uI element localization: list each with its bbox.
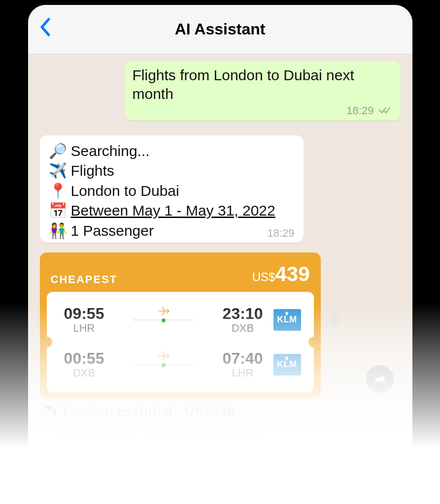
airline-badge: ♛KLM [273, 309, 301, 331]
outgoing-text: Flights from London to Dubai next month [133, 67, 354, 102]
flight-legs-box: 09:55 LHR 23:10 DXB ♛KLM [47, 292, 314, 392]
dep-code: DXB [60, 367, 109, 379]
search-icon: 🔎 [49, 141, 67, 161]
summary-title-line: ✈️ London to Dubai - US$439 [42, 402, 401, 421]
route-line [115, 319, 212, 320]
status-passengers: 1 Passenger [71, 221, 154, 241]
summary-outbound-text: Thu 05 May · 10h 15m (1 stop) [59, 423, 248, 439]
people-icon: 👫 [49, 221, 67, 241]
summary-return: ← Thu 12 May · 9h 45m (1 stop) [42, 441, 401, 460]
price-amount: 439 [275, 262, 309, 285]
departure-col: 00:55 DXB [60, 349, 109, 379]
outgoing-meta: 18:29 [133, 104, 393, 118]
status-searching: Searching... [71, 141, 150, 161]
status-line: 📍 London to Dubai [49, 181, 295, 201]
status-line: 📅 Between May 1 - May 31, 2022 [49, 201, 295, 221]
status-line: 🔎 Searching... [49, 141, 295, 161]
arrow-left-icon: ← [42, 442, 56, 458]
status-dates[interactable]: Between May 1 - May 31, 2022 [71, 201, 275, 221]
pin-icon: 📍 [49, 181, 67, 201]
read-ticks-icon [379, 104, 393, 117]
chat-body: Flights from London to Dubai next month … [28, 54, 412, 497]
dep-code: LHR [60, 322, 109, 335]
summary-return-text: Thu 12 May · 9h 45m (1 stop) [59, 442, 240, 458]
back-button[interactable] [39, 17, 51, 42]
status-line: ✈️ Flights [49, 161, 295, 181]
price-currency: US$ [252, 270, 275, 284]
arrow-right-icon: → [42, 423, 56, 439]
arr-time: 23:10 [218, 305, 268, 323]
dep-time: 09:55 [60, 305, 109, 323]
dep-time: 00:55 [60, 349, 109, 368]
flight-leg: 09:55 LHR 23:10 DXB ♛KLM [57, 302, 304, 338]
airplane-icon: ✈️ [49, 161, 67, 181]
arr-code: DXB [218, 322, 268, 335]
chat-title: AI Assistant [175, 20, 266, 38]
calendar-icon: 📅 [49, 201, 67, 221]
flight-price: US$439 [252, 262, 310, 286]
incoming-status-message[interactable]: 🔎 Searching... ✈️ Flights 📍 London to Du… [40, 135, 304, 243]
summary-title: London to Dubai - US$439 [63, 404, 234, 419]
flight-leg: 00:55 DXB 07:40 LHR ♛KLM [57, 346, 304, 382]
airline-badge: ♛KLM [273, 354, 301, 376]
status-flights: Flights [71, 161, 114, 181]
forward-button[interactable] [366, 365, 394, 393]
phone-frame: AI Assistant Flights from London to Duba… [28, 5, 412, 497]
chat-header: AI Assistant [28, 5, 412, 54]
summary-outbound: → Thu 05 May · 10h 15m (1 stop) [42, 421, 401, 441]
flight-summary: ✈️ London to Dubai - US$439 → Thu 05 May… [40, 402, 401, 460]
departure-col: 09:55 LHR [60, 305, 109, 335]
outgoing-time: 18:29 [346, 104, 373, 117]
outgoing-message[interactable]: Flights from London to Dubai next month … [125, 61, 401, 121]
cheapest-badge: CHEAPEST [51, 273, 118, 286]
airplane-icon: ✈️ [42, 404, 59, 419]
airline-code: KLM [277, 359, 297, 370]
arr-code: LHR [218, 367, 268, 379]
arrival-col: 07:40 LHR [218, 349, 268, 379]
arr-time: 07:40 [218, 349, 268, 368]
status-route: London to Dubai [71, 181, 179, 201]
airline-code: KLM [277, 315, 297, 325]
flight-result-card[interactable]: CHEAPEST US$439 09:55 LHR [40, 252, 321, 398]
route-line [115, 364, 212, 365]
arrival-col: 23:10 DXB [218, 305, 268, 335]
flight-card-header: CHEAPEST US$439 [47, 259, 314, 292]
